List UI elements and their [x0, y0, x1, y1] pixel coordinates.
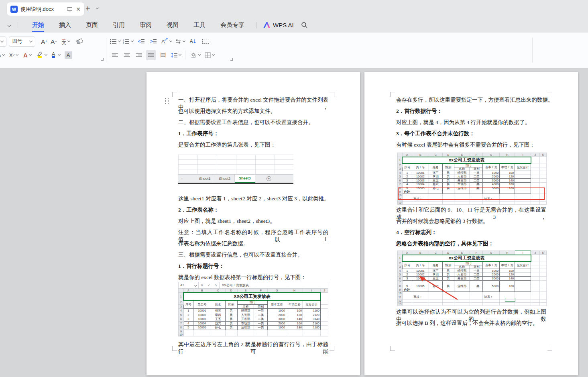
align-left-button[interactable]	[110, 50, 120, 60]
distribute-button[interactable]	[158, 50, 168, 60]
indent-decrease-icon	[138, 39, 144, 44]
collapse-ribbon-icon[interactable]	[8, 23, 11, 26]
figure-sheet-tabs[interactable]: ‹ Sheet1 Sheet2 Sheet3 +	[178, 155, 293, 188]
font-group-expand-icon[interactable]	[101, 58, 104, 61]
search-icon[interactable]	[301, 22, 308, 29]
divider	[106, 38, 106, 63]
line-spacing-button[interactable]	[171, 50, 181, 60]
menu-page[interactable]: 页面	[85, 19, 99, 31]
menu-home[interactable]: 开始	[31, 19, 45, 31]
borders-button[interactable]	[205, 50, 214, 60]
doc-line: 作表名称为依据来汇总数据。	[178, 240, 328, 247]
shrink-font-button[interactable]: A−	[49, 36, 59, 47]
align-center-button[interactable]	[122, 50, 132, 60]
close-icon[interactable]: ✕	[76, 6, 81, 12]
numbered-list-icon: 123	[123, 39, 130, 44]
tab-list-chevron-icon[interactable]	[96, 6, 99, 9]
paragraph-group-expand-icon[interactable]	[230, 58, 233, 61]
clear-format-button[interactable]	[75, 36, 84, 47]
menu-view[interactable]: 视图	[166, 19, 179, 31]
align-right-icon	[136, 53, 142, 57]
menu-insert[interactable]: 插入	[58, 19, 72, 31]
strikethrough-button[interactable]: A	[0, 50, 6, 60]
wps-ai-button[interactable]: WPS AI	[273, 22, 294, 29]
doc-heading: 2．首行数据行号：	[396, 108, 546, 115]
doc-line: 对应上图，就是 4，因为从第 4 行开始就是你的数据了。	[396, 119, 546, 126]
doc-line: 对应上图，就是 sheet1，sheet2，sheet3。	[178, 218, 328, 225]
sort-button[interactable]: A	[188, 36, 198, 47]
shading-button[interactable]	[190, 50, 201, 60]
bullet-list-icon	[110, 39, 117, 44]
doc-line: 二、根据需要设置工作表信息，也可以不设置直接合并。	[178, 119, 328, 126]
align-center-icon	[124, 53, 130, 57]
excel-table: ABCDEFGHIJ1XX公司工资发放表2序号员工号姓名性别部门基本工资年功工资…	[178, 288, 328, 336]
eraser-icon	[76, 39, 83, 45]
grow-font-button[interactable]: A+	[39, 36, 49, 47]
sheet-tab-3-active: Sheet3	[235, 175, 255, 183]
decrease-indent-button[interactable]	[136, 36, 146, 47]
numbered-list-button[interactable]: 123	[123, 36, 133, 47]
doc-heading: 3．每个工作表不合并末位行数：	[396, 130, 546, 137]
doc-line: 三、根据需要设置行信息，也可以不设置直接合并。	[178, 251, 328, 259]
font-color-button[interactable]: A	[50, 50, 60, 60]
doc-heading: 2．工作表名称：	[178, 206, 328, 214]
monitor-icon[interactable]	[67, 7, 72, 11]
spreadsheet-grid	[178, 155, 293, 175]
doc-heading: 1．工作表序号：	[178, 130, 328, 137]
tab-bar: W 使用说明.docx ✕ +	[0, 0, 588, 18]
highlight-button[interactable]	[36, 50, 47, 60]
swap-arrows-icon	[175, 39, 181, 44]
paragraph-drag-handle[interactable]	[165, 98, 169, 104]
font-size-select[interactable]: 四号	[9, 37, 35, 47]
bucket-icon	[190, 52, 197, 58]
justify-button[interactable]	[146, 50, 156, 60]
menu-review[interactable]: 审阅	[139, 19, 153, 31]
document-canvas: 一、打开程序后，将要合并的 excel 文件拖进要合并的文件列表中， 也可以使用…	[0, 68, 588, 377]
divider	[18, 22, 18, 29]
figure-excel-title-row[interactable]: A1 ✕ ✓ fx XX公司工资发放表 ABCDEFGHIJ1XX公司工资发放表…	[178, 282, 328, 337]
crop-mark	[172, 346, 177, 351]
excel-table: ABCDEFGHIJK1xx公司工资发放表2序号员工号姓名性别部门基本工资年功工…	[397, 153, 547, 205]
text-direction-button[interactable]: A	[161, 36, 172, 47]
document-tab[interactable]: W 使用说明.docx ✕	[7, 2, 84, 16]
border-grid-icon	[205, 52, 211, 58]
page-2[interactable]: 会存在多行，所以这里需要指定一下，方便查看汇总出来的数据。 2．首行数据行号： …	[364, 72, 578, 375]
char-shading-button[interactable]: A	[63, 50, 73, 60]
wrap-settings-button[interactable]	[175, 36, 185, 47]
formula-value: XX公司工资发放表	[220, 283, 249, 287]
crop-mark	[547, 346, 552, 351]
show-marks-button[interactable]	[201, 36, 211, 47]
menu-tools[interactable]: 工具	[193, 19, 206, 31]
crop-mark	[547, 92, 552, 97]
doc-line: 其中最左边序号左上角的 2 就是标题行的首行行号，由于标题行可能	[178, 341, 328, 355]
figure-excel-blank-row[interactable]: ABCDEFGHIJK1xx公司工资发放表2序号员工号姓名性别部门基本工资年功工…	[397, 251, 547, 303]
bullet-list-button[interactable]	[110, 36, 120, 47]
line-spacing-icon	[171, 53, 177, 58]
increase-indent-button[interactable]	[149, 36, 158, 47]
align-right-button[interactable]	[134, 50, 144, 60]
doc-line: 是要合并的工作薄的第几张表，见下图：	[178, 141, 328, 149]
doc-line: 合并的时候就会忽略尾部的 3 行数据。	[396, 218, 546, 225]
pinyin-icon: wén文	[62, 38, 66, 45]
doc-line: 这里 sheet1 对应着 1，sheet2 对应 2，sheet3 对应 3，…	[178, 195, 328, 202]
wordart-icon: A	[23, 52, 28, 59]
sort-arrow-icon	[193, 39, 196, 44]
fx-icon: fx	[215, 283, 217, 287]
phonetic-guide-button[interactable]: wén文	[61, 36, 71, 47]
crop-mark	[330, 346, 334, 351]
page-1[interactable]: 一、打开程序后，将要合并的 excel 文件拖进要合并的文件列表中， 也可以使用…	[146, 72, 360, 375]
menu-reference[interactable]: 引用	[112, 19, 126, 31]
enter-icon: ✓	[208, 283, 210, 287]
distribute-icon	[160, 53, 166, 57]
menu-member[interactable]: 会员专享	[220, 19, 245, 31]
chevron-down-icon	[29, 39, 33, 42]
divider	[532, 38, 533, 63]
superscript-button[interactable]: X2	[9, 50, 18, 60]
justify-icon	[148, 53, 154, 57]
new-tab-button[interactable]: +	[85, 4, 90, 13]
crop-mark	[390, 92, 395, 97]
cell-reference: A1	[180, 283, 184, 287]
font-name-select[interactable]	[0, 37, 6, 47]
figure-excel-tail-rows[interactable]: ABCDEFGHIJK1xx公司工资发放表2序号员工号姓名性别部门基本工资年功工…	[397, 153, 547, 199]
text-effects-button[interactable]: A	[22, 50, 32, 60]
